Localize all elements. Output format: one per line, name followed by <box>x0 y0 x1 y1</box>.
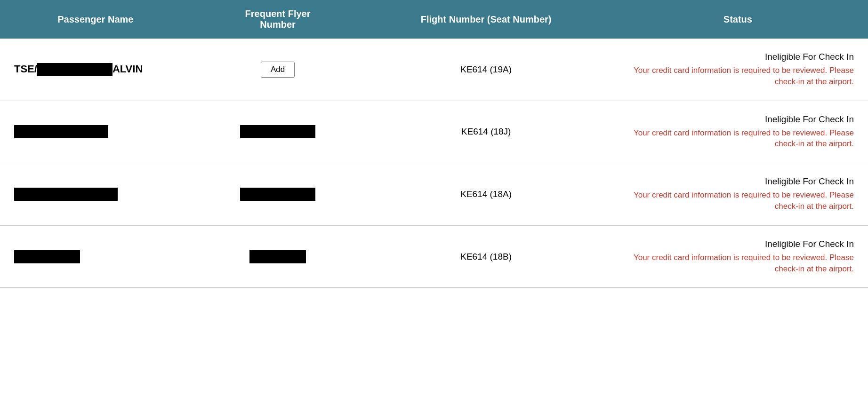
status-title: Ineligible For Check In <box>622 176 854 187</box>
status-cell: Ineligible For Check In Your credit card… <box>608 39 868 101</box>
table-row: KE614 (18B) Ineligible For Check In Your… <box>0 225 868 288</box>
status-cell: Ineligible For Check In Your credit card… <box>608 101 868 163</box>
table-header-row: Passenger Name Frequent Flyer Number Fli… <box>0 0 868 39</box>
status-cell: Ineligible For Check In Your credit card… <box>608 225 868 288</box>
col-header-passenger: Passenger Name <box>0 0 191 39</box>
status-message: Your credit card information is required… <box>622 190 854 212</box>
flight-number: KE614 (18B) <box>460 252 512 261</box>
passenger-name-cell <box>0 101 191 163</box>
passenger-name-redacted <box>14 125 108 138</box>
flight-number: KE614 (18J) <box>461 127 511 136</box>
passenger-name-cell: TSE/ALVIN <box>0 39 191 101</box>
table-row: KE614 (18A) Ineligible For Check In Your… <box>0 163 868 226</box>
table-row: KE614 (18J) Ineligible For Check In Your… <box>0 101 868 163</box>
passenger-name-redacted <box>14 250 80 263</box>
flight-cell: KE614 (19A) <box>364 39 607 101</box>
ffn-redacted <box>240 125 315 138</box>
passenger-name-suffix: ALVIN <box>113 63 143 75</box>
ffn-cell <box>191 101 365 163</box>
add-ffn-button[interactable]: Add <box>261 62 295 78</box>
col-header-status: Status <box>608 0 868 39</box>
status-title: Ineligible For Check In <box>622 239 854 249</box>
ffn-redacted <box>249 250 306 263</box>
status-message: Your credit card information is required… <box>622 65 854 87</box>
passenger-name-text: TSE/ <box>14 63 37 75</box>
col-header-ffn: Frequent Flyer Number <box>191 0 365 39</box>
passenger-table: Passenger Name Frequent Flyer Number Fli… <box>0 0 868 288</box>
status-message: Your credit card information is required… <box>622 127 854 150</box>
status-message: Your credit card information is required… <box>622 252 854 275</box>
flight-cell: KE614 (18A) <box>364 163 607 226</box>
ffn-cell <box>191 225 365 288</box>
flight-number: KE614 (19A) <box>460 64 512 74</box>
ffn-redacted <box>240 188 315 201</box>
ffn-cell <box>191 163 365 226</box>
table-row: TSE/ALVIN Add KE614 (19A) Ineligible For… <box>0 39 868 101</box>
status-title: Ineligible For Check In <box>622 52 854 62</box>
passenger-name-redacted <box>37 63 113 76</box>
passenger-name-redacted <box>14 188 118 201</box>
ffn-cell: Add <box>191 39 365 101</box>
passenger-name-cell <box>0 225 191 288</box>
status-title: Ineligible For Check In <box>622 114 854 125</box>
passenger-name-cell <box>0 163 191 226</box>
col-header-flight: Flight Number (Seat Number) <box>364 0 607 39</box>
status-cell: Ineligible For Check In Your credit card… <box>608 163 868 226</box>
flight-cell: KE614 (18J) <box>364 101 607 163</box>
flight-number: KE614 (18A) <box>460 189 512 199</box>
flight-cell: KE614 (18B) <box>364 225 607 288</box>
